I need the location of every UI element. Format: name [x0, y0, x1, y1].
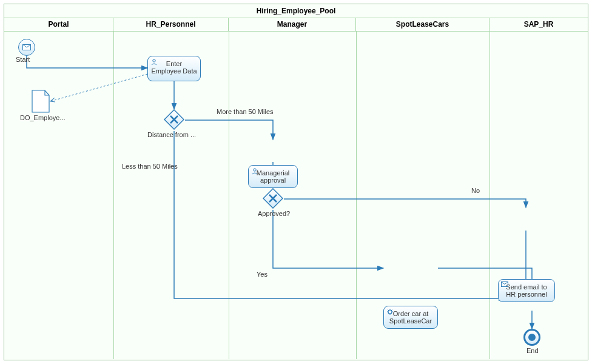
flow-connectors — [4, 32, 589, 359]
start-event[interactable] — [18, 39, 35, 56]
task-label: Send email to HR personnel — [506, 283, 547, 298]
task-label: Managerial approval — [257, 169, 289, 184]
service-task-icon — [386, 308, 394, 315]
pool-title: Hiring_Employee_Pool — [4, 4, 588, 18]
task-label: Enter Employee Data — [151, 60, 197, 75]
lane-divider — [113, 32, 114, 359]
gateway-approved-label: Approved? — [258, 210, 290, 217]
task-order-car[interactable]: Order car at SpotLeaseCar — [383, 306, 438, 329]
send-task-icon — [501, 281, 508, 289]
data-object-label: DO_Employe... — [20, 114, 66, 121]
lane-header-portal: Portal — [4, 18, 113, 31]
exclusive-gateway-icon — [263, 188, 283, 209]
gateway-distance[interactable] — [164, 109, 184, 130]
lanes-body: Start DO_Employe... Enter Employee Data … — [4, 32, 588, 359]
end-label: End — [526, 347, 539, 354]
lane-header-hr: HR_Personnel — [113, 18, 229, 31]
start-label: Start — [16, 56, 30, 63]
flow-label-no: No — [471, 187, 480, 194]
message-start-icon — [18, 39, 35, 56]
lane-divider — [229, 32, 229, 359]
lane-divider — [356, 32, 357, 359]
bpmn-pool: Hiring_Employee_Pool Portal HR_Personnel… — [4, 4, 588, 360]
gateway-approved[interactable] — [263, 188, 283, 209]
lane-header-manager: Manager — [229, 18, 356, 31]
svg-point-2 — [254, 169, 256, 171]
task-label: Order car at SpotLeaseCar — [389, 310, 432, 325]
terminate-end-icon — [523, 329, 540, 346]
task-enter-employee-data[interactable]: Enter Employee Data — [147, 56, 201, 81]
lane-divider — [489, 32, 490, 359]
gateway-distance-label: Distance from ... — [147, 131, 196, 138]
flow-label-more-50: More than 50 Miles — [217, 108, 274, 115]
document-icon — [32, 90, 50, 113]
task-send-email[interactable]: Send email to HR personnel — [498, 279, 555, 302]
user-task-icon — [251, 167, 258, 175]
svg-point-1 — [153, 59, 155, 62]
lanes-header: Portal HR_Personnel Manager SpotLeaseCar… — [4, 18, 588, 32]
lane-header-sap: SAP_HR — [489, 18, 588, 31]
data-object[interactable] — [32, 90, 50, 113]
end-event[interactable] — [523, 329, 540, 346]
task-managerial-approval[interactable]: Managerial approval — [248, 165, 298, 188]
lane-header-spotlease: SpotLeaseCars — [356, 18, 489, 31]
flow-label-less-50: Less than 50 Miles — [122, 163, 178, 170]
user-task-icon — [150, 58, 158, 66]
flow-label-yes: Yes — [257, 271, 267, 278]
exclusive-gateway-icon — [164, 109, 184, 130]
